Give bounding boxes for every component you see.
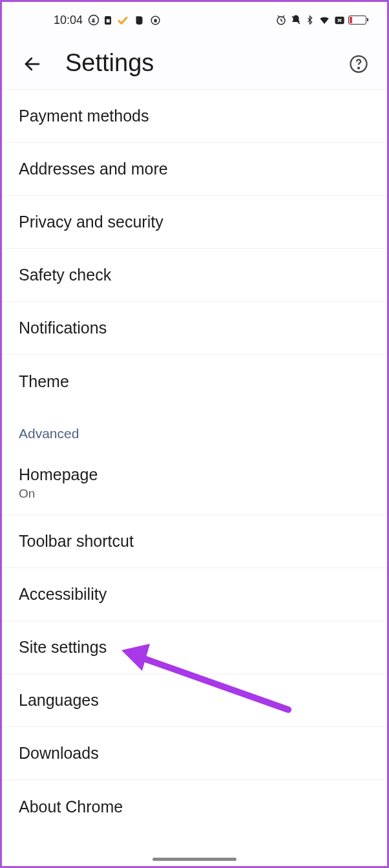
list-item-homepage[interactable]: Homepage On [2, 452, 387, 515]
list-item-addresses[interactable]: Addresses and more [2, 143, 387, 196]
help-button[interactable] [347, 52, 370, 76]
list-item-site-settings[interactable]: Site settings [2, 621, 387, 674]
list-item-label: Theme [19, 372, 370, 391]
list-item-subtitle: On [19, 487, 370, 501]
list-item-label: About Chrome [19, 798, 370, 816]
list-item-toolbar-shortcut[interactable]: Toolbar shortcut [2, 515, 387, 568]
svg-point-8 [358, 67, 359, 69]
list-item-payment-methods[interactable]: Payment methods [2, 90, 387, 143]
list-item-languages[interactable]: Languages [2, 674, 387, 727]
status-bar-left: 10:04 ■ c [54, 14, 161, 27]
list-item-label: Privacy and security [19, 213, 370, 231]
list-item-label: Safety check [19, 266, 370, 284]
list-item-label: Payment methods [19, 107, 370, 125]
checkmark-icon [116, 14, 129, 26]
list-item-label: Languages [19, 691, 370, 710]
circle-icon: c [150, 15, 161, 26]
evernote-icon [134, 15, 145, 26]
list-item-privacy-security[interactable]: Privacy and security [2, 196, 387, 249]
whatsapp-icon [88, 14, 100, 26]
svg-point-0 [89, 16, 99, 25]
list-item-theme[interactable]: Theme [2, 355, 387, 408]
wifi-icon [318, 14, 331, 26]
list-item-label: Site settings [19, 638, 370, 657]
list-item-downloads[interactable]: Downloads [2, 727, 387, 780]
x-badge-icon [334, 15, 345, 26]
alarm-icon [275, 14, 287, 26]
list-item-label: Accessibility [19, 585, 370, 604]
list-item-notifications[interactable]: Notifications [2, 302, 387, 355]
arrow-left-icon [23, 54, 42, 74]
status-bar: 10:04 ■ c [2, 2, 387, 38]
status-bar-right [275, 14, 366, 26]
page-title: Settings [65, 49, 347, 77]
back-button[interactable] [19, 50, 46, 78]
list-item-label: Downloads [19, 744, 370, 763]
list-item-safety-check[interactable]: Safety check [2, 249, 387, 302]
svg-text:c: c [154, 18, 157, 23]
nav-handle[interactable] [152, 858, 237, 861]
list-item-accessibility[interactable]: Accessibility [2, 568, 387, 621]
list-item-about-chrome[interactable]: About Chrome [2, 780, 387, 833]
status-time: 10:04 [54, 14, 83, 27]
section-header-advanced: Advanced [2, 408, 387, 452]
list-item-label: Notifications [19, 319, 370, 337]
app-icon-small: ■ [105, 16, 111, 25]
bluetooth-icon [305, 14, 315, 26]
settings-list: Payment methods Addresses and more Priva… [2, 90, 387, 833]
help-circle-icon [349, 54, 368, 74]
list-item-label: Toolbar shortcut [19, 532, 370, 551]
battery-icon [348, 16, 366, 25]
list-item-label: Addresses and more [19, 160, 370, 178]
list-item-label: Homepage [19, 465, 370, 484]
app-bar: Settings [2, 38, 387, 90]
silent-icon [290, 14, 302, 26]
